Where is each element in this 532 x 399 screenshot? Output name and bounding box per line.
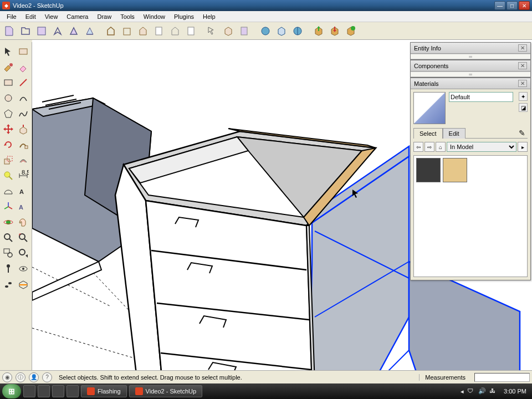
panel-entity-info-close[interactable]: ✕ [518, 44, 527, 52]
tool-section[interactable] [17, 277, 31, 291]
maximize-button[interactable]: □ [507, 1, 518, 10]
measurements-input[interactable] [474, 373, 530, 382]
tray-icon-1[interactable]: 🛡 [467, 387, 475, 395]
tool-paint[interactable] [1, 60, 16, 74]
tool-circle[interactable] [1, 91, 16, 105]
tool-axes[interactable] [1, 200, 16, 214]
tool-text[interactable]: A [17, 184, 31, 198]
quicklaunch-1[interactable] [23, 385, 35, 397]
start-button[interactable]: ⊞ [2, 384, 21, 398]
tb-earth1[interactable] [258, 24, 273, 38]
tool-offset[interactable] [17, 153, 31, 167]
materials-library-select[interactable]: In Model [447, 142, 516, 152]
taskbar-task-sketchup[interactable]: Video2 - SketchUp [129, 385, 203, 397]
panel-materials-header[interactable]: Materials ✕ [411, 78, 530, 89]
menu-help[interactable]: Help [198, 12, 220, 21]
tb-page3[interactable] [184, 24, 198, 38]
menu-edit[interactable]: Edit [21, 12, 40, 21]
tb-copy[interactable] [66, 24, 81, 38]
menu-view[interactable]: View [40, 12, 63, 21]
tb-3dw3[interactable] [344, 24, 358, 38]
menu-window[interactable]: Window [139, 12, 170, 21]
panel-entity-info-header[interactable]: Entity Info ✕ [411, 43, 530, 54]
menu-plugins[interactable]: Plugins [170, 12, 198, 21]
tool-scale[interactable] [1, 153, 16, 167]
menu-tools[interactable]: Tools [116, 12, 139, 21]
materials-tab-edit[interactable]: Edit [443, 128, 466, 139]
materials-nav-home[interactable]: ⌂ [436, 142, 446, 152]
panel-components-header[interactable]: Components ✕ [411, 60, 530, 71]
tb-component[interactable] [221, 24, 236, 38]
quicklaunch-2[interactable] [38, 385, 50, 397]
tool-select[interactable] [1, 44, 16, 59]
materials-name-input[interactable] [449, 92, 513, 102]
tb-new[interactable] [2, 24, 17, 38]
eyedropper-icon[interactable]: ✎ [519, 129, 525, 137]
tool-walk[interactable] [1, 277, 16, 291]
tool-freehand[interactable] [17, 106, 31, 121]
tool-arc[interactable] [17, 91, 31, 105]
tb-3dw1[interactable] [311, 24, 326, 38]
tool-poly[interactable] [1, 106, 16, 121]
tb-building2[interactable] [120, 24, 134, 38]
panel-components-close[interactable]: ✕ [518, 62, 527, 69]
tool-pushpull[interactable] [17, 122, 31, 136]
tool-protractor[interactable] [1, 184, 16, 198]
quicklaunch-4[interactable] [66, 385, 79, 397]
tb-cut[interactable] [50, 24, 65, 38]
materials-create-icon[interactable]: ✦ [519, 92, 528, 101]
tool-zoom[interactable] [1, 231, 16, 245]
menu-draw[interactable]: Draw [93, 12, 116, 21]
tool-position-camera[interactable] [1, 262, 16, 276]
status-signin-icon[interactable]: 👤 [29, 372, 39, 382]
tool-3dtext[interactable]: A [17, 200, 31, 214]
tool-make-component[interactable] [17, 44, 31, 59]
tb-page1[interactable] [152, 24, 166, 38]
tool-dim[interactable]: 8.5 [17, 168, 31, 183]
materials-nav-forward[interactable]: ⇨ [424, 142, 434, 152]
materials-swatch-dark[interactable] [416, 158, 441, 182]
materials-nav-details[interactable]: ▸ [518, 142, 528, 152]
status-geo-icon[interactable]: ◉ [2, 372, 12, 382]
tb-save[interactable] [34, 24, 49, 38]
tray-expand-icon[interactable]: ◂ [461, 388, 464, 395]
menu-camera[interactable]: Camera [62, 12, 93, 21]
tool-rect[interactable] [1, 75, 16, 90]
tool-pan[interactable] [17, 215, 31, 229]
panel-materials-close[interactable]: ✕ [518, 80, 527, 87]
tool-look-around[interactable] [17, 262, 31, 276]
tb-open[interactable] [18, 24, 33, 38]
tool-line[interactable] [17, 75, 31, 90]
tb-select-ext[interactable] [205, 24, 219, 38]
tool-zoom-window[interactable] [1, 246, 16, 260]
tool-rotate[interactable] [1, 137, 16, 152]
materials-default-icon[interactable]: ◪ [519, 103, 528, 112]
close-button[interactable]: ✕ [519, 1, 530, 10]
tool-eraser[interactable] [17, 60, 31, 74]
tb-building3[interactable] [136, 24, 150, 38]
tb-page2[interactable] [168, 24, 182, 38]
quicklaunch-3[interactable] [52, 385, 64, 397]
taskbar-task-flashing[interactable]: Flashing [81, 385, 127, 397]
tray-icon-3[interactable]: 🖧 [489, 387, 497, 395]
tray-icon-2[interactable]: 🔊 [478, 387, 486, 395]
minimize-button[interactable]: — [494, 1, 505, 10]
tool-move[interactable] [1, 122, 16, 136]
panel-components-collapse[interactable]: ═ [411, 71, 530, 77]
tray-clock[interactable]: 3:00 PM [500, 388, 530, 395]
tb-building1[interactable] [104, 24, 118, 38]
status-help-icon[interactable]: ? [42, 372, 52, 382]
tool-followme[interactable] [17, 137, 31, 152]
materials-swatch-tan[interactable] [443, 158, 467, 182]
tool-orbit[interactable] [1, 215, 16, 229]
materials-tab-select[interactable]: Select [413, 128, 443, 139]
status-credits-icon[interactable]: ⓘ [16, 372, 25, 382]
materials-nav-back[interactable]: ⇦ [413, 142, 423, 152]
tool-tape[interactable] [1, 168, 16, 183]
tb-earth3[interactable] [290, 24, 305, 38]
tb-paste-place[interactable] [237, 24, 252, 38]
menu-file[interactable]: File [2, 12, 21, 21]
tb-paste[interactable] [83, 24, 97, 38]
tool-prev-view[interactable] [17, 246, 31, 260]
tb-earth2[interactable] [274, 24, 289, 38]
